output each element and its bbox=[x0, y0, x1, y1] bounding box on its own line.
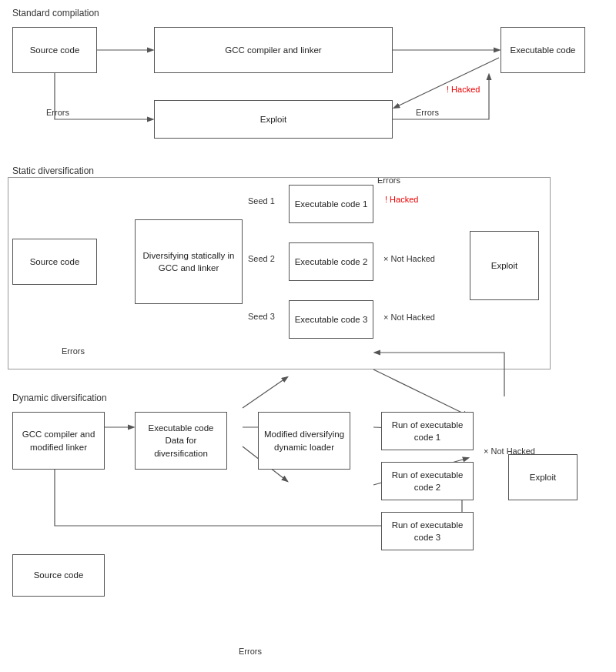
d3-run3-box: Run of executable code 3 bbox=[381, 512, 474, 550]
d3-source-box: Source code bbox=[12, 554, 105, 597]
d3-modified-box: Modified diversifying dynamic loader bbox=[258, 412, 350, 470]
d3-gcc-box: GCC compiler and modified linker bbox=[12, 412, 105, 470]
section1-title: Standard compilation bbox=[12, 8, 99, 18]
d1-exploit-box: Exploit bbox=[154, 100, 393, 139]
d3-exec-data-box: Executable code Data for diversification bbox=[135, 412, 227, 470]
svg-line-2 bbox=[394, 58, 499, 108]
d1-hacked-label: ! Hacked bbox=[447, 85, 480, 94]
d3-run1-box: Run of executable code 1 bbox=[381, 412, 474, 450]
d3-not-hacked-label: × Not Hacked bbox=[484, 446, 535, 456]
svg-line-7 bbox=[373, 369, 468, 416]
d1-source-box: Source code bbox=[12, 27, 97, 73]
svg-line-4 bbox=[243, 377, 287, 408]
d3-exploit-box: Exploit bbox=[508, 454, 578, 500]
section3-title: Dynamic diversification bbox=[12, 393, 107, 403]
d3-run2-box: Run of executable code 2 bbox=[381, 462, 474, 500]
d1-gcc-box: GCC compiler and linker bbox=[154, 27, 393, 73]
section2-title: Static diversification bbox=[12, 165, 94, 176]
d1-exec-box: Executable code bbox=[500, 27, 585, 73]
d1-errors2-label: Errors bbox=[416, 108, 439, 117]
d1-errors1-label: Errors bbox=[46, 108, 69, 117]
d3-errors-label: Errors bbox=[239, 647, 262, 656]
d2-outer-border bbox=[8, 177, 551, 369]
